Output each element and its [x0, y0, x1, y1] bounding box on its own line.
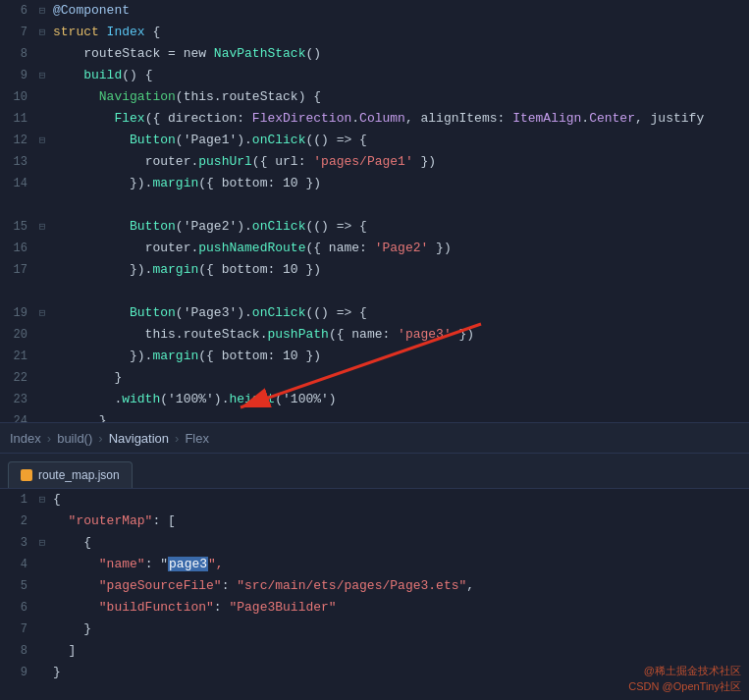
line-number: 6: [0, 0, 35, 22]
code-line-7: 7 ⊟ struct Index {: [0, 22, 749, 43]
line-number: 1: [0, 489, 35, 511]
code-content: }: [49, 367, 749, 389]
fold-gutter: [35, 554, 49, 575]
code-content: Button('Page3').onClick(() => {: [49, 302, 749, 324]
line-number: 21: [0, 346, 35, 367]
code-line-15: 15 ⊟ Button('Page2').onClick(() => {: [0, 216, 749, 238]
code-line-24: 24 }: [0, 410, 749, 422]
line-number: 9: [0, 662, 35, 683]
line-number: 5: [0, 575, 35, 597]
code-content: struct Index {: [49, 22, 749, 43]
fold-gutter[interactable]: ⊟: [35, 0, 49, 22]
code-content: router.pushUrl({ url: 'pages/Page1' }): [49, 151, 749, 173]
code-content: build() {: [49, 65, 749, 86]
fold-gutter: [35, 173, 49, 194]
line-number: 15: [0, 216, 35, 238]
line-number: 2: [0, 511, 35, 532]
code-line-6: 6 ⊟ @Component: [0, 0, 749, 22]
code-content: }).margin({ bottom: 10 }): [49, 259, 749, 281]
json-line-6: 6 "buildFunction": "Page3Builder": [0, 597, 749, 619]
line-number: 16: [0, 238, 35, 259]
json-file-icon: [21, 469, 32, 481]
code-content: Navigation(this.routeStack) {: [49, 86, 749, 108]
code-line-10: 10 Navigation(this.routeStack) {: [0, 86, 749, 108]
code-line-14: 14 }).margin({ bottom: 10 }): [0, 173, 749, 194]
code-content: {: [49, 489, 749, 511]
fold-gutter: [35, 194, 49, 216]
code-line-8: 8 routeStack = new NavPathStack(): [0, 43, 749, 65]
fold-gutter: [35, 108, 49, 130]
line-number: 17: [0, 259, 35, 281]
line-number: 14: [0, 173, 35, 194]
code-line-12: 12 ⊟ Button('Page1').onClick(() => {: [0, 130, 749, 151]
fold-gutter: [35, 389, 49, 410]
breadcrumb-sep-1: ›: [47, 431, 51, 446]
breadcrumb-index[interactable]: Index: [10, 431, 41, 446]
code-content: }).margin({ bottom: 10 }): [49, 346, 749, 367]
fold-gutter[interactable]: ⊟: [35, 130, 49, 151]
line-number: [0, 281, 35, 302]
code-content: }).margin({ bottom: 10 }): [49, 173, 749, 194]
code-line-16: 16 router.pushNamedRoute({ name: 'Page2'…: [0, 238, 749, 259]
code-content: [49, 281, 749, 302]
code-content: Flex({ direction: FlexDirection.Column, …: [49, 108, 749, 130]
line-number: 24: [0, 410, 35, 422]
code-content: @Component: [49, 0, 749, 22]
line-number: 20: [0, 324, 35, 346]
line-number: 3: [0, 532, 35, 554]
json-line-4: 4 "name": "page3",: [0, 554, 749, 575]
fold-gutter: [35, 86, 49, 108]
line-number: 10: [0, 86, 35, 108]
code-area-bottom: 1 ⊟ { 2 "routerMap": [ 3 ⊟ { 4: [0, 489, 749, 683]
code-content: router.pushNamedRoute({ name: 'Page2' }): [49, 238, 749, 259]
line-number: 7: [0, 22, 35, 43]
breadcrumb-sep-3: ›: [175, 431, 179, 446]
json-line-5: 5 "pageSourceFile": "src/main/ets/pages/…: [0, 575, 749, 597]
fold-gutter[interactable]: ⊟: [35, 22, 49, 43]
fold-gutter: [35, 346, 49, 367]
code-content: ]: [49, 640, 749, 662]
breadcrumb-navigation[interactable]: Navigation: [109, 431, 169, 446]
fold-gutter[interactable]: ⊟: [35, 216, 49, 238]
line-number: 8: [0, 640, 35, 662]
fold-gutter[interactable]: ⊟: [35, 489, 49, 511]
json-line-1: 1 ⊟ {: [0, 489, 749, 511]
code-content: .width('100%').height('100%'): [49, 389, 749, 410]
breadcrumb-build[interactable]: build(): [57, 431, 92, 446]
code-content: [49, 194, 749, 216]
code-line-11: 11 Flex({ direction: FlexDirection.Colum…: [0, 108, 749, 130]
code-line-14e: [0, 194, 749, 216]
line-number: 4: [0, 554, 35, 575]
code-content: "name": "page3",: [49, 554, 749, 575]
json-line-7: 7 }: [0, 619, 749, 640]
breadcrumb-flex[interactable]: Flex: [185, 431, 209, 446]
json-line-9: 9 }: [0, 662, 749, 683]
code-line-20: 20 this.routeStack.pushPath({ name: 'pag…: [0, 324, 749, 346]
editor-container: 6 ⊟ @Component 7 ⊟ struct Index { 8 rout…: [0, 0, 749, 700]
line-number: 23: [0, 389, 35, 410]
line-number: 6: [0, 597, 35, 619]
fold-gutter: [35, 43, 49, 65]
code-content: routeStack = new NavPathStack(): [49, 43, 749, 65]
code-content: "pageSourceFile": "src/main/ets/pages/Pa…: [49, 575, 749, 597]
code-line-19: 19 ⊟ Button('Page3').onClick(() => {: [0, 302, 749, 324]
line-number: 8: [0, 43, 35, 65]
fold-gutter: [35, 410, 49, 422]
breadcrumb-sep-2: ›: [98, 431, 102, 446]
fold-gutter[interactable]: ⊟: [35, 65, 49, 86]
tab-bar: route_map.json: [0, 454, 749, 489]
fold-gutter: [35, 238, 49, 259]
fold-gutter[interactable]: ⊟: [35, 302, 49, 324]
json-line-8: 8 ]: [0, 640, 749, 662]
code-line-22: 22 }: [0, 367, 749, 389]
line-number: 11: [0, 108, 35, 130]
fold-gutter: [35, 597, 49, 619]
fold-gutter: [35, 367, 49, 389]
code-line-23: 23 .width('100%').height('100%'): [0, 389, 749, 410]
tab-route-map[interactable]: route_map.json: [8, 461, 133, 488]
breadcrumb-bar: Index › build() › Navigation › Flex: [0, 422, 749, 454]
fold-gutter: [35, 281, 49, 302]
fold-gutter[interactable]: ⊟: [35, 532, 49, 554]
fold-gutter: [35, 619, 49, 640]
code-content: "buildFunction": "Page3Builder": [49, 597, 749, 619]
